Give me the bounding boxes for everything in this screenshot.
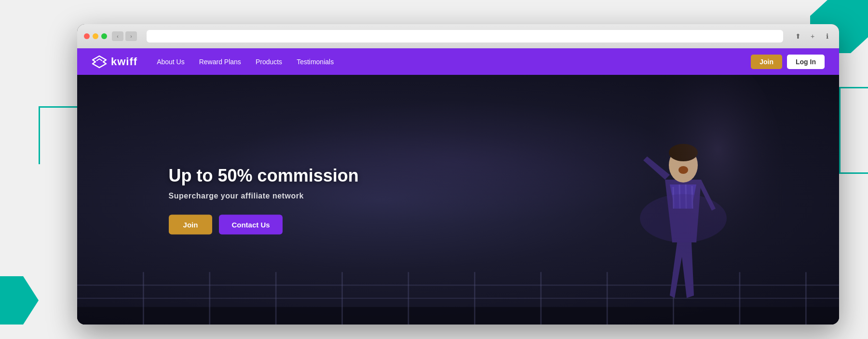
browser-nav-buttons: ‹ › — [112, 31, 137, 41]
hero-subheadline: Supercharge your affiliate network — [169, 191, 359, 200]
svg-point-18 — [618, 75, 785, 299]
hero-contact-button[interactable]: Contact Us — [219, 214, 282, 234]
nav-link-about-us[interactable]: About Us — [157, 58, 185, 66]
share-icon[interactable]: ⬆ — [793, 31, 803, 42]
browser-chrome: ‹ › ⬆ + ℹ — [77, 24, 839, 48]
browser-back-button[interactable]: ‹ — [112, 31, 123, 41]
logo-icon — [92, 55, 107, 69]
traffic-lights — [84, 33, 107, 39]
nav-link-reward-plans[interactable]: Reward Plans — [199, 58, 241, 66]
nav-actions: Join Log In — [751, 55, 825, 69]
browser-frame: ‹ › ⬆ + ℹ kwiff Abo — [77, 24, 839, 325]
bg-decoration-left-bottom — [0, 276, 39, 325]
browser-actions: ⬆ + ℹ — [793, 31, 832, 42]
traffic-light-fullscreen[interactable] — [101, 33, 107, 39]
address-bar[interactable] — [147, 30, 783, 42]
nav-link-testimonials[interactable]: Testimonials — [297, 58, 334, 66]
hero-section: Up to 50% commission Supercharge your af… — [77, 75, 839, 325]
traffic-light-close[interactable] — [84, 33, 90, 39]
hero-content: Up to 50% commission Supercharge your af… — [169, 165, 359, 234]
website-content: kwiff About Us Reward Plans Products Tes… — [77, 48, 839, 325]
hero-headline: Up to 50% commission — [169, 165, 359, 185]
hero-join-button[interactable]: Join — [169, 214, 213, 234]
add-tab-icon[interactable]: + — [807, 31, 818, 42]
bg-decoration-right-mid — [839, 87, 868, 174]
nav-login-button[interactable]: Log In — [787, 55, 825, 69]
logo-area: kwiff — [92, 55, 137, 69]
stadium-light-rays — [560, 75, 801, 325]
logo-text: kwiff — [111, 56, 137, 68]
hero-buttons: Join Contact Us — [169, 214, 359, 234]
nav-join-button[interactable]: Join — [751, 55, 782, 69]
nav-link-products[interactable]: Products — [256, 58, 282, 66]
nav-links: About Us Reward Plans Products Testimoni… — [157, 58, 751, 66]
traffic-light-minimize[interactable] — [93, 33, 98, 39]
info-icon[interactable]: ℹ — [822, 31, 832, 42]
browser-forward-button[interactable]: › — [125, 31, 137, 41]
site-navigation: kwiff About Us Reward Plans Products Tes… — [77, 48, 839, 75]
